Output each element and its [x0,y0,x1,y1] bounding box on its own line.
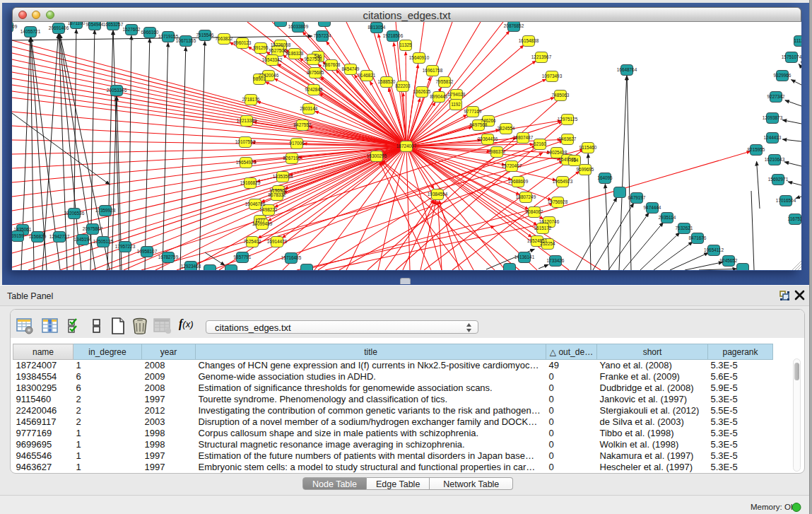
svg-text:20876852: 20876852 [504,23,524,28]
svg-text:15692971: 15692971 [768,177,789,182]
svg-text:1527602: 1527602 [123,27,141,32]
svg-text:17359928: 17359928 [95,208,116,213]
svg-text:13353594: 13353594 [273,174,293,179]
svg-text:10107553: 10107553 [235,139,256,144]
svg-text:6479197: 6479197 [628,195,646,200]
svg-text:1244413: 1244413 [764,135,782,140]
svg-text:1156829: 1156829 [29,234,47,239]
svg-text:1498222: 1498222 [260,207,278,212]
svg-text:15716485: 15716485 [281,255,302,260]
svg-text:1192: 1192 [451,102,461,107]
svg-text:15720407: 15720407 [502,163,522,168]
svg-text:9777169: 9777169 [464,109,482,114]
svg-text:7357224: 7357224 [314,33,331,38]
svg-text:18807249: 18807249 [516,194,536,199]
svg-text:8215955: 8215955 [748,147,765,152]
svg-text:19756928: 19756928 [548,199,568,204]
svg-text:8267190: 8267190 [283,156,301,160]
svg-text:18300295: 18300295 [367,153,387,158]
svg-text:8990443: 8990443 [430,94,448,99]
svg-text:16648764: 16648764 [617,67,637,72]
svg-text:14099489: 14099489 [252,221,273,226]
svg-text:11123: 11123 [794,38,801,43]
svg-text:2718176: 2718176 [242,97,260,102]
svg-text:6794028: 6794028 [448,92,466,97]
svg-text:16961758: 16961758 [423,68,443,73]
svg-text:9699695: 9699695 [577,167,594,172]
svg-text:6497568: 6497568 [470,122,488,127]
svg-text:19384554: 19384554 [428,192,448,197]
svg-text:1588520: 1588520 [378,79,396,84]
svg-text:10025438: 10025438 [547,150,567,155]
svg-text:252254: 252254 [540,241,555,246]
svg-text:7663822: 7663822 [216,36,233,41]
svg-text:20364436: 20364436 [478,136,498,141]
svg-text:16914479: 16914479 [267,239,288,244]
svg-text:39159: 39159 [12,233,24,238]
svg-text:16033809: 16033809 [288,24,309,29]
svg-text:3875685: 3875685 [307,70,324,75]
svg-text:17016504: 17016504 [776,198,796,203]
svg-text:1362615: 1362615 [413,89,431,94]
svg-text:15226058: 15226058 [271,42,291,47]
svg-text:20975867: 20975867 [83,226,103,231]
svg-text:1615172: 1615172 [534,226,552,230]
svg-text:12213389: 12213389 [237,118,257,123]
svg-text:9463627: 9463627 [559,136,577,141]
svg-text:9054944: 9054944 [86,22,104,27]
svg-text:10958107: 10958107 [137,249,158,254]
svg-text:1345194: 1345194 [74,237,92,242]
svg-text:12093873: 12093873 [763,115,783,120]
svg-text:10807487: 10807487 [513,135,534,140]
svg-text:9857791: 9857791 [234,255,252,259]
svg-text:8186328: 8186328 [286,51,304,56]
svg-text:11325: 11325 [399,42,412,47]
svg-text:1435061: 1435061 [14,227,32,232]
svg-text:14136141: 14136141 [514,255,535,259]
svg-text:2867608: 2867608 [323,62,341,67]
svg-text:8427552: 8427552 [294,122,312,127]
svg-text:62160: 62160 [534,141,546,146]
svg-text:164095: 164095 [597,175,613,180]
svg-text:10046786: 10046786 [245,201,266,206]
svg-text:9329966: 9329966 [774,73,792,78]
svg-text:14055721: 14055721 [20,29,41,34]
svg-text:9084067: 9084067 [526,209,543,214]
svg-text:7625402: 7625402 [244,239,261,244]
svg-text:16543342: 16543342 [262,57,283,62]
svg-text:8678332: 8678332 [269,192,286,197]
svg-text:10688609: 10688609 [508,179,529,184]
svg-text:20053346: 20053346 [107,88,127,93]
svg-text:9474444: 9474444 [644,205,661,210]
svg-text:19654923: 19654923 [236,160,257,165]
svg-text:7632621: 7632621 [676,226,693,230]
svg-text:98901: 98901 [253,76,266,81]
svg-text:12505135: 12505135 [93,239,114,244]
svg-text:16154838: 16154838 [519,38,539,43]
svg-text:1733426: 1733426 [547,258,565,263]
svg-text:8813054: 8813054 [368,25,386,30]
svg-text:8960123: 8960123 [234,40,252,45]
svg-text:6966160: 6966160 [141,30,159,35]
svg-text:2803144: 2803144 [300,106,318,111]
svg-text:7485063: 7485063 [552,93,570,98]
svg-text:964: 964 [571,158,579,163]
svg-text:16653257: 16653257 [103,22,124,27]
svg-text:7955812: 7955812 [436,79,454,84]
svg-text:16782759: 16782759 [158,255,179,259]
svg-text:19218506: 19218506 [383,33,404,38]
svg-text:9245652: 9245652 [720,258,738,263]
svg-text:16210643: 16210643 [765,157,785,162]
svg-text:1871100: 1871100 [68,22,86,25]
svg-text:9115460: 9115460 [579,145,597,150]
svg-text:15751074: 15751074 [782,54,801,59]
svg-text:9227342: 9227342 [767,94,785,99]
svg-text:9146821: 9146821 [358,73,376,78]
svg-text:19166825: 19166825 [240,180,261,185]
svg-text:12213967: 12213967 [531,54,552,59]
svg-text:2935114: 2935114 [659,215,676,220]
svg-text:10671355: 10671355 [176,38,196,43]
svg-text:16053809: 16053809 [12,24,18,29]
svg-text:12923468: 12923468 [181,264,201,269]
svg-text:10654112: 10654112 [704,247,724,252]
